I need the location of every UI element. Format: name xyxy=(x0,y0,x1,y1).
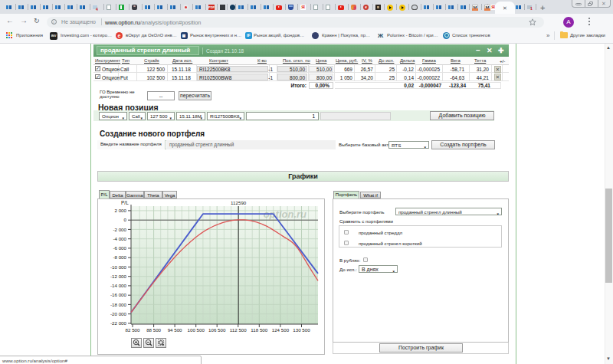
svg-text:106 500: 106 500 xyxy=(208,327,226,333)
svg-text:112 500: 112 500 xyxy=(230,327,247,333)
svg-text:100 500: 100 500 xyxy=(188,327,205,333)
svg-text:112590: 112590 xyxy=(231,200,247,205)
svg-text:94 500: 94 500 xyxy=(168,327,182,333)
svg-text:-8 000: -8 000 xyxy=(113,254,126,260)
svg-text:124 500: 124 500 xyxy=(272,327,290,333)
svg-text:-12 000: -12 000 xyxy=(110,274,127,279)
svg-text:-10 000: -10 000 xyxy=(110,264,127,270)
svg-text:-20 000: -20 000 xyxy=(110,311,127,316)
svg-text:-6 000: -6 000 xyxy=(113,245,126,251)
svg-text:130 500: 130 500 xyxy=(293,327,310,333)
svg-text:82 500: 82 500 xyxy=(126,327,140,333)
svg-text:-18 000: -18 000 xyxy=(110,302,127,307)
svg-text:88 500: 88 500 xyxy=(146,327,161,333)
svg-text:-16 000: -16 000 xyxy=(110,292,127,297)
svg-text:-14 000: -14 000 xyxy=(110,283,127,288)
svg-text:P/L: P/L xyxy=(121,200,129,205)
svg-text:0: 0 xyxy=(124,217,127,222)
svg-text:118 500: 118 500 xyxy=(251,327,267,333)
svg-text:-22 000: -22 000 xyxy=(110,320,127,326)
svg-text:-4 000: -4 000 xyxy=(113,236,126,241)
svg-text:-2 000: -2 000 xyxy=(113,227,126,232)
svg-text:2 000: 2 000 xyxy=(115,208,127,213)
